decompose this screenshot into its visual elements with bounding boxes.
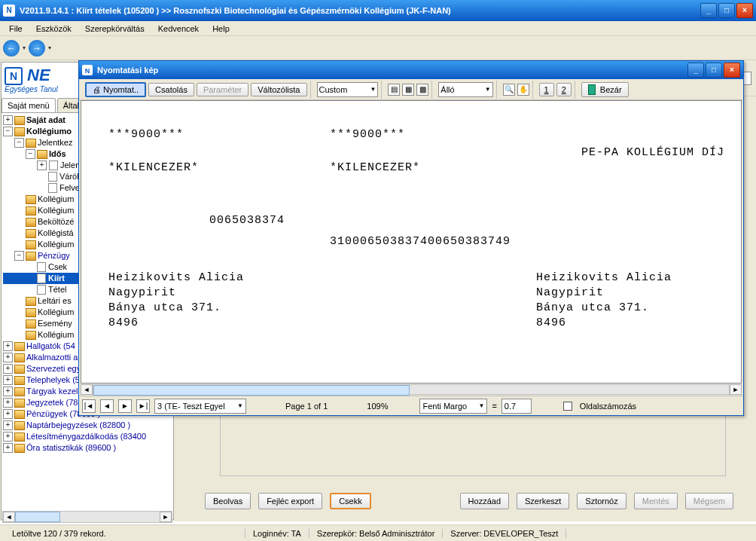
next-page-button[interactable]: ► xyxy=(118,399,132,413)
tree-item[interactable]: Jelen xyxy=(60,160,80,171)
child-minimize-button[interactable]: _ xyxy=(687,63,704,78)
preview-scroll-right[interactable]: ► xyxy=(730,384,742,395)
preview-footer: |◄ ◄ ► ►| 3 (TE- Teszt Egyel▼ Page 1 of … xyxy=(79,396,743,415)
expand-icon[interactable]: + xyxy=(3,375,13,385)
tree-hscrollbar[interactable]: ◄ ► xyxy=(2,511,172,523)
folder-icon xyxy=(14,342,25,351)
attach-button[interactable]: Csatolás xyxy=(148,83,194,96)
expand-icon[interactable]: + xyxy=(3,353,13,362)
child-maximize-button[interactable]: □ xyxy=(706,63,722,78)
csekk-button[interactable]: Csekk xyxy=(330,493,371,509)
view-grid-icon[interactable]: ▩ xyxy=(416,84,428,96)
collapse-icon[interactable]: − xyxy=(14,251,24,261)
parameter-button[interactable]: Paraméter xyxy=(197,83,248,96)
forward-button[interactable]: → xyxy=(29,40,45,57)
menu-fav[interactable]: Kedvencek xyxy=(152,23,205,35)
beolvas-button[interactable]: Beolvas xyxy=(205,493,251,509)
szerkeszt-button[interactable]: Szerkeszt xyxy=(517,493,569,509)
collapse-icon[interactable]: − xyxy=(3,127,13,136)
scroll-thumb[interactable] xyxy=(15,512,60,522)
tree-item[interactable]: Leltári es xyxy=(38,295,72,307)
preview-canvas[interactable]: ***9000*** ***9000*** PE-PA KOLLÉGIUM DÍ… xyxy=(81,100,742,384)
tree-item[interactable]: Jelentkez xyxy=(38,137,72,148)
print-button[interactable]: 🖨Nyomtat.. xyxy=(85,82,146,97)
tree-item[interactable]: Beköltözé xyxy=(38,216,74,228)
megsem-button[interactable]: Mégsem xyxy=(685,493,733,509)
expand-icon[interactable]: + xyxy=(3,364,13,374)
scroll-left-button[interactable]: ◄ xyxy=(3,512,15,522)
collapse-icon[interactable]: − xyxy=(26,149,35,159)
expand-icon[interactable]: + xyxy=(3,420,13,430)
orientation-select[interactable]: Álló▼ xyxy=(438,82,492,97)
last-page-button[interactable]: ►| xyxy=(136,399,150,413)
tree-item[interactable]: Váról xyxy=(59,171,79,182)
page-2-button[interactable]: 2 xyxy=(556,83,572,96)
minimize-button[interactable]: _ xyxy=(700,3,717,18)
margin-value-field[interactable]: 0.7 xyxy=(501,399,532,414)
menu-role[interactable]: Szerepkörváltás xyxy=(79,23,151,35)
tree-item[interactable]: Alkalmazotti a xyxy=(26,352,78,363)
menu-tools[interactable]: Eszközök xyxy=(30,23,78,35)
tree-item[interactable]: Felve xyxy=(59,182,80,194)
maximize-button[interactable]: □ xyxy=(718,3,735,18)
template-select[interactable]: 3 (TE- Teszt Egyel▼ xyxy=(154,399,246,414)
zoom-select[interactable]: Custom▼ xyxy=(317,82,379,97)
zoom-icon[interactable]: 🔍 xyxy=(503,84,515,96)
tab-sajat-menu[interactable]: Saját menü xyxy=(2,98,56,112)
close-preview-button[interactable]: Bezár xyxy=(581,82,629,97)
tree-item[interactable]: Kollégium xyxy=(38,205,74,216)
back-dropdown[interactable]: ▾ xyxy=(23,44,26,51)
tree-item[interactable]: Tétel xyxy=(48,284,66,295)
tree-item[interactable]: Idős xyxy=(49,148,66,160)
prev-page-button[interactable]: ◄ xyxy=(100,399,114,413)
menu-help[interactable]: Help xyxy=(206,23,236,35)
hozzaad-button[interactable]: Hozzáad xyxy=(460,493,509,509)
expand-icon[interactable]: + xyxy=(3,387,13,396)
forward-dropdown[interactable]: ▾ xyxy=(48,44,51,51)
tree-item[interactable]: Kollégium xyxy=(38,307,74,318)
tree-item[interactable]: Kollégium xyxy=(38,329,74,341)
expand-icon[interactable]: + xyxy=(3,443,13,453)
fejlec-export-button[interactable]: Fejléc export xyxy=(258,493,322,509)
tree-item[interactable]: Hallgatók (54 xyxy=(26,341,75,352)
tree-item[interactable]: Létesítménygazdálkodás (83400 xyxy=(26,431,146,442)
hand-pan-icon[interactable]: ✋ xyxy=(517,84,529,96)
expand-icon[interactable]: + xyxy=(37,160,47,170)
tree-item[interactable]: Pénzügy xyxy=(38,250,70,261)
page-1-button[interactable]: 1 xyxy=(539,83,554,96)
pagination-checkbox[interactable] xyxy=(563,402,572,411)
preview-hscrollbar[interactable]: ◄ ► xyxy=(81,384,742,396)
mentes-button[interactable]: Mentés xyxy=(634,493,678,509)
tree-item-selected[interactable]: Kiírt xyxy=(48,273,65,284)
folder-icon xyxy=(26,206,36,215)
scroll-right-button[interactable]: ► xyxy=(160,512,172,522)
tree-item[interactable]: Óra statisztikák (89600 ) xyxy=(26,442,116,454)
margin-select[interactable]: Fenti Margo▼ xyxy=(419,399,487,414)
child-close-button[interactable]: × xyxy=(724,63,740,78)
tree-item[interactable]: Kollégium xyxy=(38,194,74,205)
back-button[interactable]: ← xyxy=(3,40,20,57)
preview-scroll-left[interactable]: ◄ xyxy=(81,384,93,395)
view-multi-icon[interactable]: ▦ xyxy=(402,84,414,96)
menu-file[interactable]: File xyxy=(3,23,29,35)
preview-scroll-thumb[interactable] xyxy=(93,385,410,396)
expand-icon[interactable]: + xyxy=(3,409,13,419)
tree-item[interactable]: Kollégium xyxy=(38,239,74,250)
tree-item[interactable]: Esemény xyxy=(38,318,72,329)
variable-list-button[interactable]: Változólista xyxy=(251,83,306,96)
tree-item[interactable]: Csek xyxy=(48,261,67,273)
tree-item[interactable]: Naptárbejegyzések (82800 ) xyxy=(26,420,130,431)
status-role: Szerepkör: Belső Adminisztrátor xyxy=(309,529,444,538)
first-page-button[interactable]: |◄ xyxy=(82,399,96,413)
expand-icon[interactable]: + xyxy=(3,432,13,442)
close-button[interactable]: × xyxy=(736,3,753,18)
expand-icon[interactable]: + xyxy=(3,341,13,351)
view-single-icon[interactable]: ▤ xyxy=(388,84,400,96)
tree-item[interactable]: Kollégiumo xyxy=(26,126,72,137)
expand-icon[interactable]: + xyxy=(3,398,13,408)
sztornoz-button[interactable]: Sztornóz xyxy=(577,493,626,509)
tree-item[interactable]: Saját adat xyxy=(26,115,66,126)
tree-item[interactable]: Kollégistá xyxy=(38,228,74,239)
expand-icon[interactable]: + xyxy=(3,115,13,125)
collapse-icon[interactable]: − xyxy=(14,138,24,148)
